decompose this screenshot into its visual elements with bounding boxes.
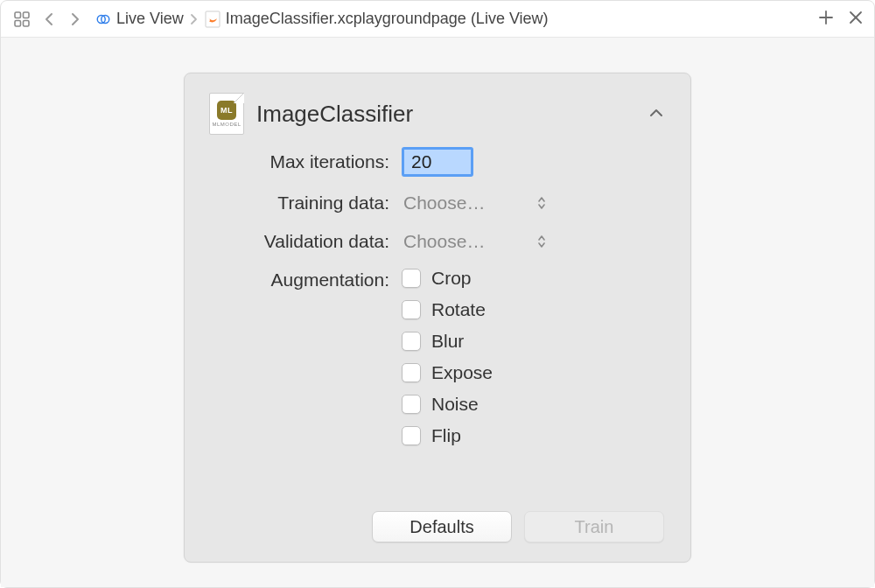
breadcrumb-label: ImageClassifier.xcplaygroundpage (Live V… xyxy=(226,10,549,28)
classifier-panel: ML MLMODEL ImageClassifier Max iteration… xyxy=(184,73,691,563)
breadcrumb-label: Live View xyxy=(116,10,184,28)
popup-label: Choose… xyxy=(403,192,485,214)
defaults-button[interactable]: Defaults xyxy=(372,511,512,542)
ml-caption: MLMODEL xyxy=(212,122,241,127)
form: Max iterations: Training data: Choose… V… xyxy=(206,147,669,446)
checkbox[interactable] xyxy=(402,395,421,414)
checkbox[interactable] xyxy=(402,332,421,351)
popup-label: Choose… xyxy=(403,231,485,252)
validation-data-choose-button[interactable]: Choose… xyxy=(402,229,550,254)
window: Live View ImageClassifier.xcplaygroundpa… xyxy=(0,0,875,588)
breadcrumb-segment-live-view[interactable]: Live View xyxy=(95,10,184,28)
live-view-icon xyxy=(95,11,111,27)
checkbox[interactable] xyxy=(402,363,421,382)
popup-stepper-icon xyxy=(536,234,549,249)
svg-rect-3 xyxy=(24,20,30,26)
augmentation-option-noise[interactable]: Noise xyxy=(402,394,661,415)
augmentation-option-flip[interactable]: Flip xyxy=(402,425,661,446)
toolbar-right xyxy=(818,10,864,28)
popup-stepper-icon xyxy=(536,195,549,211)
option-label: Crop xyxy=(431,268,472,289)
checkbox[interactable] xyxy=(402,300,421,319)
toolbar: Live View ImageClassifier.xcplaygroundpa… xyxy=(1,1,874,38)
panel-title: ImageClassifier xyxy=(256,101,636,128)
checkbox[interactable] xyxy=(402,426,421,445)
augmentation-option-rotate[interactable]: Rotate xyxy=(402,299,661,320)
panel-footer: Defaults Train xyxy=(206,500,669,544)
training-data-choose-button[interactable]: Choose… xyxy=(402,191,550,215)
training-data-label: Training data: xyxy=(214,192,389,214)
augmentation-options: Crop Rotate Blur Expose xyxy=(402,268,661,446)
ml-badge: ML xyxy=(217,101,236,120)
svg-rect-1 xyxy=(24,12,30,18)
panel-header: ML MLMODEL ImageClassifier xyxy=(206,89,669,147)
max-iterations-label: Max iterations: xyxy=(214,151,389,172)
augmentation-option-expose[interactable]: Expose xyxy=(402,362,661,383)
svg-rect-2 xyxy=(15,20,21,26)
augmentation-option-blur[interactable]: Blur xyxy=(402,331,661,352)
option-label: Rotate xyxy=(431,299,486,320)
svg-rect-0 xyxy=(15,12,21,18)
collapse-chevron-icon[interactable] xyxy=(648,107,664,122)
option-label: Expose xyxy=(431,362,493,383)
option-label: Flip xyxy=(431,425,461,446)
chevron-right-icon xyxy=(189,13,200,25)
svg-rect-6 xyxy=(206,11,220,27)
mlmodel-file-icon: ML MLMODEL xyxy=(209,93,244,135)
validation-data-label: Validation data: xyxy=(214,231,389,252)
breadcrumb-segment-file[interactable]: ImageClassifier.xcplaygroundpage (Live V… xyxy=(205,10,549,28)
nav-back-icon[interactable] xyxy=(39,9,59,30)
option-label: Noise xyxy=(431,394,479,415)
add-tab-icon[interactable] xyxy=(818,10,834,28)
max-iterations-input[interactable] xyxy=(402,147,473,177)
train-button[interactable]: Train xyxy=(524,511,664,542)
content-area: ML MLMODEL ImageClassifier Max iteration… xyxy=(1,38,874,587)
augmentation-option-crop[interactable]: Crop xyxy=(402,268,661,289)
breadcrumb: Live View ImageClassifier.xcplaygroundpa… xyxy=(95,10,549,28)
grid-icon[interactable] xyxy=(11,9,32,30)
option-label: Blur xyxy=(431,331,464,352)
close-icon[interactable] xyxy=(848,10,864,28)
swift-file-icon xyxy=(205,11,220,27)
augmentation-label: Augmentation: xyxy=(214,268,389,290)
nav-forward-icon[interactable] xyxy=(66,9,85,30)
checkbox[interactable] xyxy=(402,269,421,288)
